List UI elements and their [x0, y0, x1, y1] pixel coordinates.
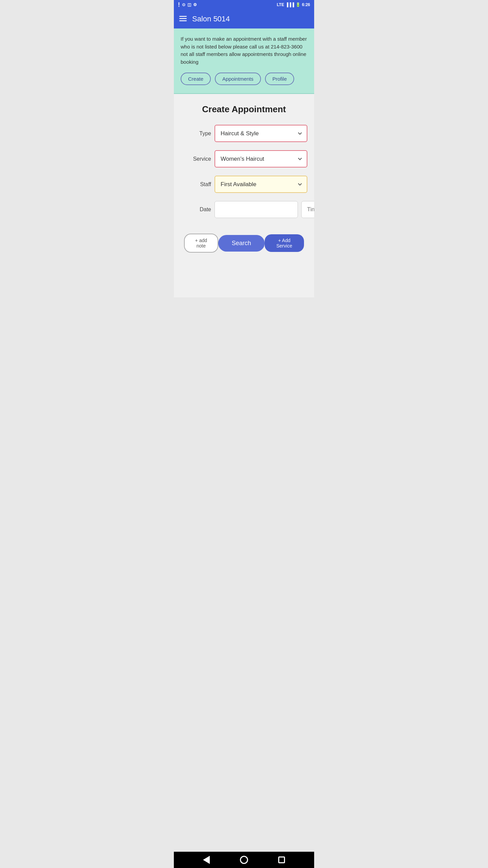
type-row: Type Haircut & Style Color & Treatment E… — [181, 125, 307, 142]
type-select[interactable]: Haircut & Style Color & Treatment Extens… — [215, 125, 307, 142]
app-title: Salon 5014 — [192, 15, 230, 23]
svg-rect-2 — [179, 20, 187, 21]
hamburger-menu-icon[interactable] — [179, 15, 187, 23]
lte-label: LTE — [277, 2, 284, 7]
time-input[interactable] — [301, 201, 314, 218]
action-bar: + add note Search + Add Service — [181, 228, 307, 258]
date-row: Date — [181, 201, 307, 218]
banner-buttons-container: Create Appointments Profile — [181, 73, 307, 85]
profile-button[interactable]: Profile — [265, 73, 294, 85]
info-banner: If you want to make an appointment with … — [174, 28, 314, 94]
status-bar: ! ⊙ ◫ ⚙ LTE ▐▐▐ 🔋 6:26 — [174, 0, 314, 9]
exclaim-icon: ! — [178, 1, 180, 8]
add-service-button[interactable]: + Add Service — [265, 234, 304, 252]
service-select[interactable]: Women's Haircut Men's Haircut Children's… — [215, 150, 307, 167]
time-display: 6:26 — [302, 2, 310, 7]
notification-icon: ⊙ — [182, 2, 185, 7]
info-banner-text: If you want to make an appointment with … — [181, 35, 307, 66]
create-button[interactable]: Create — [181, 73, 211, 85]
staff-label: Staff — [181, 181, 211, 188]
signal-icon: ▐▐▐ — [285, 2, 294, 7]
type-label: Type — [181, 131, 211, 137]
message-icon: ◫ — [187, 2, 191, 7]
date-input[interactable] — [215, 201, 298, 218]
service-row: Service Women's Haircut Men's Haircut Ch… — [181, 150, 307, 167]
status-bar-right: LTE ▐▐▐ 🔋 6:26 — [277, 2, 310, 7]
app-header: Salon 5014 — [174, 9, 314, 28]
svg-rect-0 — [179, 16, 187, 17]
status-bar-left: ! ⊙ ◫ ⚙ — [178, 1, 197, 8]
search-button[interactable]: Search — [218, 235, 265, 252]
add-note-button[interactable]: + add note — [184, 234, 218, 253]
battery-icon: 🔋 — [296, 2, 301, 7]
appointments-button[interactable]: Appointments — [215, 73, 261, 85]
staff-row: Staff First Available Stylist 1 Stylist … — [181, 176, 307, 193]
service-label: Service — [181, 156, 211, 162]
main-content: Create Appointment Type Haircut & Style … — [174, 94, 314, 297]
svg-rect-1 — [179, 18, 187, 19]
android-icon: ⚙ — [193, 2, 197, 7]
section-title: Create Appointment — [181, 104, 307, 115]
staff-select[interactable]: First Available Stylist 1 Stylist 2 — [215, 176, 307, 193]
date-label: Date — [181, 206, 211, 213]
